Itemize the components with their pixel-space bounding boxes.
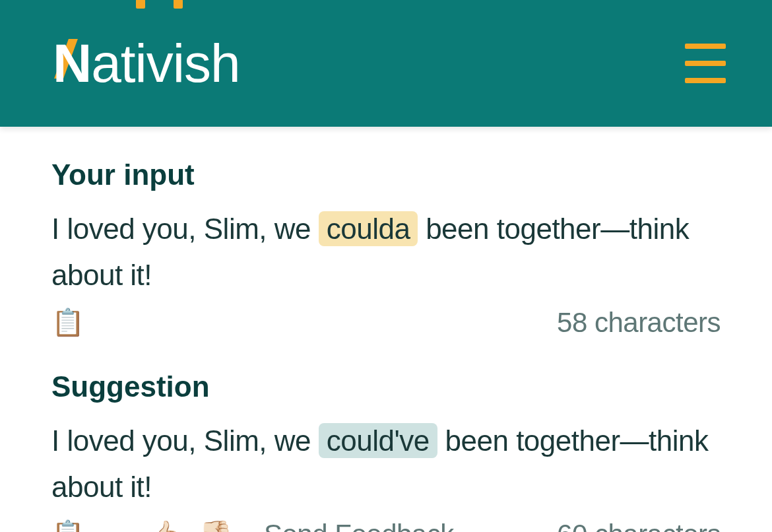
input-char-count: 58 characters [557, 307, 721, 339]
clipboard-icon[interactable]: 📋 [51, 519, 84, 532]
input-section: Your input I loved you, Slim, we coulda … [51, 158, 721, 339]
thumbs-up-icon[interactable]: 👍🏻 [148, 519, 181, 532]
suggestion-title: Suggestion [51, 370, 721, 403]
suggestion-text-before: I loved you, Slim, we [51, 424, 319, 457]
input-text: I loved you, Slim, we coulda been togeth… [51, 206, 721, 299]
suggestion-highlight: could've [319, 423, 437, 458]
suggestion-char-count: 60 characters [557, 519, 721, 532]
suggestion-meta-row: 📋 👍🏻 👎🏻 Send Feedback 60 characters [51, 519, 721, 532]
app-header: Nativish [0, 0, 772, 127]
suggestion-text: I loved you, Slim, we could've been toge… [51, 418, 721, 511]
input-highlight: coulda [319, 211, 418, 246]
send-feedback-link[interactable]: Send Feedback [264, 519, 454, 532]
hamburger-menu-icon[interactable] [685, 44, 726, 83]
input-text-before: I loved you, Slim, we [51, 213, 319, 245]
clipboard-icon[interactable]: 📋 [51, 307, 84, 338]
thumbs-down-icon[interactable]: 👎🏻 [199, 519, 232, 532]
logo[interactable]: Nativish [53, 32, 240, 94]
main-content: Your input I loved you, Slim, we coulda … [0, 127, 772, 532]
suggestion-section: Suggestion I loved you, Slim, we could'v… [51, 370, 721, 532]
input-title: Your input [51, 158, 721, 191]
input-meta-row: 📋 58 characters [51, 307, 721, 339]
